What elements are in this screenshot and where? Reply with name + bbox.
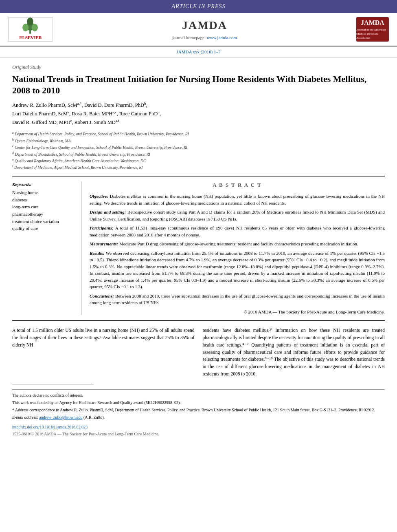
abstract-results-label: Results: — [90, 251, 105, 256]
affiliations: a Department of Health Services, Policy,… — [12, 130, 385, 170]
abstract-conclusions-label: Conclusions: — [90, 294, 114, 298]
abstract-participants-label: Participants: — [90, 225, 114, 230]
footnote-conflicts: The authors declare no conflicts of inte… — [12, 392, 385, 398]
keywords-column: Keywords: Nursing home diabetes long-ter… — [12, 181, 81, 315]
abstract-measurements: Measurements: Medicare Part D drug dispe… — [90, 241, 385, 247]
abstract-objective-label: Objective: — [90, 194, 108, 199]
footnotes-area: The authors declare no conflicts of inte… — [12, 389, 385, 420]
abstract-text: Objective: Diabetes mellitus is common i… — [90, 193, 385, 315]
abstract-measurements-text: Medicare Part D drug dispensing of gluco… — [119, 241, 358, 246]
svg-point-4 — [27, 18, 33, 25]
footnotes-divider — [12, 384, 94, 384]
abstract-copyright: © 2016 AMDA — The Society for Post-Acute… — [90, 309, 385, 316]
footnote-email: E-mail address: andrew_zullo@brown.edu (… — [12, 414, 385, 420]
abstract-participants: Participants: A total of 11,531 long-sta… — [90, 225, 385, 238]
elsevier-wordmark: ELSEVIER — [19, 35, 42, 41]
article-type: Original Study — [12, 64, 385, 71]
svg-point-2 — [22, 24, 29, 31]
footer-copyright: 1525-8610/© 2016 AMDA — The Society for … — [12, 431, 385, 437]
keywords-list: Nursing home diabetes long-term care pha… — [12, 189, 75, 232]
abstract-section: Keywords: Nursing home diabetes long-ter… — [12, 181, 385, 315]
main-content: Original Study National Trends in Treatm… — [0, 58, 397, 443]
jamda-logo-sub: Journal of the AmericanMedical Directors… — [356, 28, 389, 40]
svg-point-3 — [32, 24, 38, 31]
article-title: National Trends in Treatment Initiation … — [12, 73, 385, 97]
abstract-design: Design and setting: Retrospective cohort… — [90, 209, 385, 222]
abstract-heading: A B S T R A C T — [90, 181, 385, 189]
article-in-press-banner: ARTICLE IN PRESS — [0, 0, 397, 13]
citation-line: JAMDA xxx (2016) 1–7 — [0, 46, 397, 58]
journal-header: ELSEVIER JAMDA journal homepage: www.jam… — [0, 13, 397, 46]
abstract-objective: Objective: Diabetes mellitus is common i… — [90, 193, 385, 206]
footnote-correspondence: * Address correspondence to Andrew R. Zu… — [12, 407, 385, 413]
doi-link[interactable]: http://dx.doi.org/10.1016/j.jamda.2016.0… — [12, 425, 88, 429]
elsevier-logo: ELSEVIER — [8, 17, 53, 42]
journal-title: JAMDA — [61, 17, 348, 33]
abstract-measurements-label: Measurements: — [90, 241, 118, 246]
abstract-conclusions: Conclusions: Between 2008 and 2010, ther… — [90, 293, 385, 306]
abstract-results: Results: We observed decreasing sulfonyl… — [90, 250, 385, 290]
abstract-design-label: Design and setting: — [90, 210, 126, 214]
journal-homepage-line: journal homepage: www.jamda.com — [61, 35, 348, 41]
keywords-title: Keywords: — [12, 181, 75, 188]
email-link[interactable]: andrew_zullo@brown.edu — [39, 415, 82, 419]
footnote-funding: This work was funded by an Agency for He… — [12, 400, 385, 406]
body-section: A total of 1.5 million older US adults l… — [12, 327, 385, 378]
abstract-results-text: We observed decreasing sulfonylurea init… — [90, 251, 385, 289]
doi-link-line: http://dx.doi.org/10.1016/j.jamda.2016.0… — [12, 424, 385, 430]
abstract-participants-text: A total of 11,531 long-stay (continuous … — [90, 225, 385, 237]
abstract-conclusions-text: Between 2008 and 2010, there were substa… — [90, 294, 385, 305]
jamda-logo-text: JAMDA — [361, 18, 384, 27]
authors: Andrew R. Zullo PharmD, ScMa,*, David D.… — [12, 101, 385, 126]
body-right-col: residents have diabetes mellitus.²ʳ Info… — [203, 327, 385, 378]
journal-homepage-label: journal homepage: — [172, 35, 206, 40]
abstract-objective-text: Diabetes mellitus is common in the nursi… — [90, 194, 385, 205]
abstract-column: A B S T R A C T Objective: Diabetes mell… — [90, 181, 385, 315]
divider-before-body — [12, 320, 385, 321]
body-left-col: A total of 1.5 million older US adults l… — [12, 327, 195, 378]
jamda-logo: JAMDA Journal of the AmericanMedical Dir… — [356, 17, 389, 42]
journal-center: JAMDA journal homepage: www.jamda.com — [53, 17, 356, 41]
divider-after-affiliations — [12, 176, 385, 177]
abstract-design-text: Retrospective cohort study using Part A … — [90, 210, 385, 221]
journal-homepage-link[interactable]: www.jamda.com — [207, 35, 237, 40]
